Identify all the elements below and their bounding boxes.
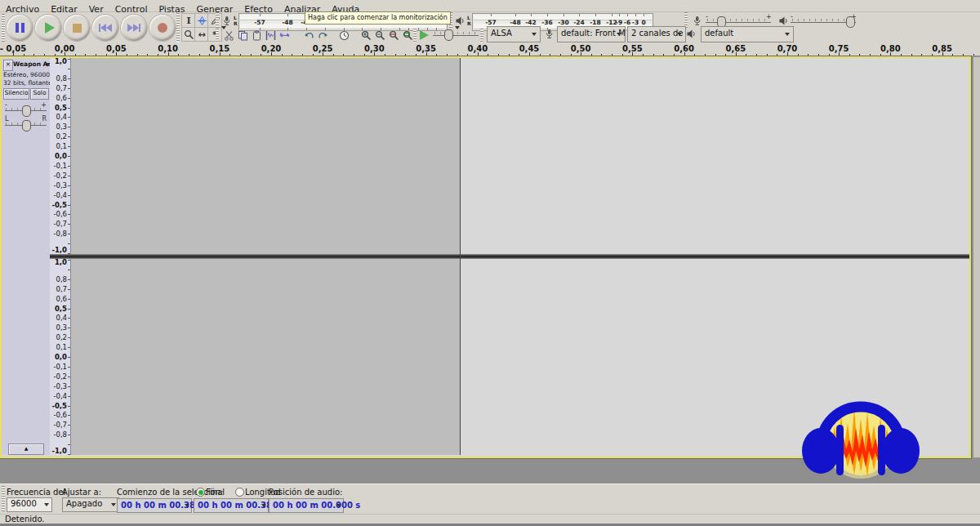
snap-label: Ajustar a: — [62, 488, 101, 497]
transcription-grip[interactable] — [413, 29, 416, 42]
fit-selection-button[interactable] — [387, 29, 400, 42]
undo-button[interactable] — [302, 29, 315, 42]
input-device-select[interactable]: default: Front Mic:0 — [557, 26, 626, 42]
vruler-tick — [68, 347, 70, 348]
vruler-label: -0,2 — [53, 373, 67, 380]
vruler-label: -1,0 — [51, 448, 67, 454]
skip-start-button[interactable] — [92, 15, 118, 41]
trim-button[interactable] — [264, 29, 277, 42]
timeline-ruler[interactable]: - 0,050,000,050,100,150,200,250,300,350,… — [0, 43, 980, 56]
vruler-label: 0,8 — [56, 75, 67, 82]
zoom-in-icon — [361, 30, 372, 41]
vertical-scrollbar[interactable] — [973, 56, 980, 458]
input-volume-slider[interactable] — [706, 22, 771, 23]
vruler-tick — [68, 444, 70, 445]
close-icon[interactable]: × — [3, 60, 13, 71]
cut-button[interactable] — [222, 29, 235, 42]
solo-button[interactable]: Solo — [30, 88, 49, 100]
playback-speed-thumb[interactable] — [444, 29, 453, 41]
meter-tick-label: -18 — [590, 19, 601, 26]
record-meter-grip[interactable] — [216, 12, 219, 28]
vruler-label: 0,3 — [56, 324, 67, 331]
output-volume-thumb[interactable] — [846, 16, 855, 28]
paste-button[interactable] — [250, 29, 263, 42]
microphone-icon — [691, 15, 702, 26]
silence-button[interactable] — [278, 29, 291, 42]
record-button[interactable] — [149, 15, 176, 41]
track-canvas-area: × Weapon Am ▼ Estéreo, 96000Hz 32 bits, … — [0, 56, 980, 484]
copy-icon — [238, 30, 248, 41]
vruler-tick — [68, 279, 70, 280]
pause-button[interactable] — [7, 15, 33, 41]
device-grip[interactable] — [480, 29, 483, 42]
chevron-down-icon — [677, 33, 682, 36]
vruler-label: -0,4 — [53, 192, 67, 198]
skip-end-button[interactable] — [121, 15, 147, 41]
copy-button[interactable] — [236, 29, 249, 42]
rate-label: Frecuencia del — [7, 488, 65, 497]
audio-position-field[interactable]: 00 h 00 m 00.000 s — [269, 498, 344, 513]
snap-to-select[interactable]: Apagado — [62, 497, 119, 512]
meter-tick — [287, 14, 288, 16]
stop-icon — [73, 24, 82, 33]
meter-tick-label: -48 — [282, 19, 293, 26]
microphone-icon[interactable] — [220, 15, 232, 26]
vruler-label: -0,1 — [53, 363, 67, 370]
meter-channel-right-label: R — [467, 21, 471, 26]
play-button[interactable] — [35, 15, 61, 41]
play-at-speed-button[interactable] — [420, 30, 429, 40]
tools-grip[interactable] — [176, 13, 180, 42]
meter-tick-label: -48 — [510, 19, 521, 26]
vruler-label: -0,5 — [51, 403, 67, 409]
fit-project-button[interactable] — [401, 29, 414, 42]
radio-end[interactable] — [196, 488, 205, 497]
vruler-label: 1,0 — [55, 259, 67, 265]
vertical-ruler-right[interactable]: 1,00,80,70,60,50,40,30,20,10,0-0,1-0,2-0… — [50, 259, 71, 455]
vruler-label: -0,8 — [53, 431, 67, 438]
meter-tick-label: -30 — [558, 19, 569, 26]
vruler-tick — [68, 205, 70, 206]
vruler-tick — [68, 166, 70, 167]
output-device-select[interactable]: default — [701, 26, 794, 42]
chevron-down-icon — [617, 33, 621, 36]
pan-left-label: L — [5, 115, 8, 123]
pan-slider-thumb[interactable] — [22, 120, 31, 132]
host-select[interactable]: ALSA — [487, 26, 541, 42]
collapse-track-button[interactable]: ▲ — [8, 444, 44, 455]
multi-tool-button[interactable]: * — [207, 27, 222, 42]
vruler-tick — [68, 289, 70, 290]
meter-tick-label: -3 — [632, 19, 639, 26]
edit-grip[interactable] — [216, 29, 219, 42]
radio-length[interactable] — [235, 488, 244, 497]
selection-start-field[interactable]: 00 h 00 m 00.380 s — [117, 498, 192, 513]
zoom-in-button[interactable] — [359, 29, 372, 42]
project-rate-select[interactable]: 96000 — [7, 497, 52, 512]
waveform-left-channel[interactable] — [71, 58, 968, 254]
vruler-label: -0,8 — [53, 230, 67, 237]
mute-button[interactable]: Silencio — [3, 88, 29, 100]
sync-lock-button[interactable] — [337, 29, 350, 42]
vertical-ruler-left[interactable]: 1,00,80,70,60,50,40,30,20,10,0-0,1-0,2-0… — [50, 58, 71, 254]
meter-tick — [491, 14, 492, 16]
fit-project-icon — [403, 30, 413, 41]
transport-grip[interactable] — [2, 14, 5, 42]
track-menu-icon[interactable]: ▼ — [45, 61, 49, 67]
zoom-out-button[interactable] — [373, 29, 386, 42]
redo-button[interactable] — [316, 29, 329, 42]
gain-slider-thumb[interactable] — [22, 105, 31, 117]
playback-cursor — [460, 58, 461, 455]
playback-speed-slider[interactable] — [433, 35, 479, 36]
vruler-tick — [68, 367, 70, 368]
input-channels-select[interactable]: 2 canales de q — [627, 26, 686, 42]
meter-tick — [635, 14, 636, 16]
meter-tick-label: -57 — [485, 19, 497, 26]
stop-button[interactable] — [64, 15, 90, 41]
chevron-down-icon — [455, 26, 460, 29]
vruler-tick — [68, 146, 70, 147]
selection-grip[interactable] — [2, 486, 5, 511]
chevron-down-icon — [336, 504, 341, 507]
speaker-icon[interactable] — [454, 15, 466, 26]
zoom-tool-icon — [184, 29, 194, 40]
vruler-tick — [68, 78, 70, 79]
selection-end-field[interactable]: 00 h 00 m 00.380 s — [194, 498, 269, 513]
